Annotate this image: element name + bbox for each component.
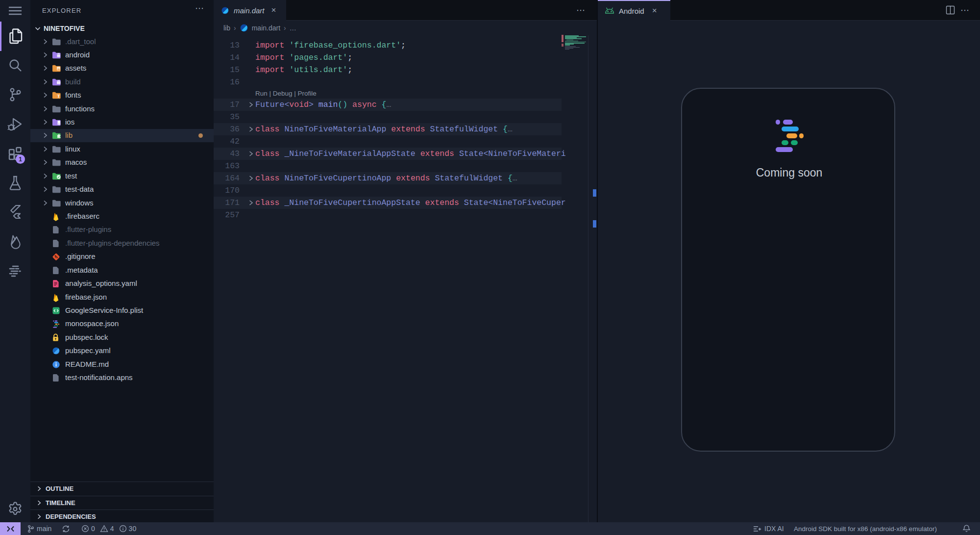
svg-text:T: T <box>57 94 60 99</box>
